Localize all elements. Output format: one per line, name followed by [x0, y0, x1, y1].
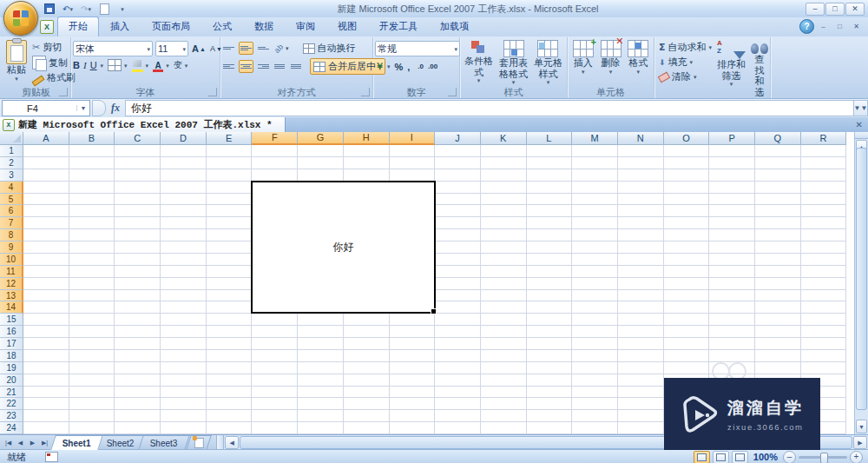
cell-L5[interactable] [527, 194, 573, 206]
cell-D1[interactable] [161, 145, 207, 157]
cell-D6[interactable] [161, 205, 207, 217]
align-right-button[interactable] [257, 61, 270, 72]
cell-O13[interactable] [664, 290, 710, 302]
column-header-L[interactable]: L [527, 132, 573, 145]
cell-H24[interactable] [344, 422, 390, 434]
column-header-Q[interactable]: Q [755, 132, 801, 145]
cell-K21[interactable] [481, 387, 527, 399]
cell-G20[interactable] [298, 374, 344, 387]
cell-L19[interactable] [527, 362, 573, 374]
cell-A18[interactable] [23, 350, 69, 362]
cell-B12[interactable] [69, 278, 115, 290]
cell-L16[interactable] [527, 326, 573, 338]
cell-E3[interactable] [207, 169, 253, 182]
cell-D23[interactable] [161, 410, 207, 422]
cell-D9[interactable] [161, 241, 207, 254]
cell-M3[interactable] [572, 169, 618, 182]
cell-C24[interactable] [115, 422, 161, 434]
next-sheet-icon[interactable]: ▶ [27, 440, 38, 446]
cell-A8[interactable] [23, 229, 69, 241]
cell-H21[interactable] [344, 387, 390, 399]
cell-I23[interactable] [390, 410, 436, 422]
cell-D24[interactable] [161, 422, 207, 434]
undo-button[interactable]: ↶▾ [60, 3, 76, 16]
cell-J15[interactable] [435, 314, 481, 326]
cell-A7[interactable] [23, 217, 69, 229]
cell-styles-button[interactable]: 单元格样式▾ [531, 38, 565, 87]
cell-C6[interactable] [115, 205, 161, 217]
cell-R13[interactable] [801, 290, 847, 302]
align-bottom-button[interactable] [257, 43, 270, 54]
cell-N3[interactable] [618, 169, 664, 182]
row-header-14[interactable]: 14 [0, 301, 23, 314]
normal-view-button[interactable] [694, 451, 710, 463]
cell-K10[interactable] [481, 254, 527, 266]
cell-E17[interactable] [207, 338, 253, 350]
tab-视图[interactable]: 视图 [326, 17, 368, 36]
column-header-P[interactable]: P [709, 132, 755, 145]
print-preview-button[interactable] [96, 3, 112, 16]
wrap-text-button[interactable]: 自动换行 [300, 41, 358, 56]
cell-Q8[interactable] [755, 229, 801, 241]
cell-I21[interactable] [390, 387, 436, 399]
cell-L6[interactable] [527, 205, 573, 217]
fill-handle[interactable] [431, 308, 437, 314]
column-header-O[interactable]: O [664, 132, 710, 145]
column-header-K[interactable]: K [481, 132, 527, 145]
row-header-9[interactable]: 9 [0, 241, 23, 254]
tab-开发工具[interactable]: 开发工具 [368, 17, 429, 36]
insert-cells-button[interactable]: + 插入▾ [569, 38, 597, 76]
cell-O10[interactable] [664, 254, 710, 266]
cell-B10[interactable] [69, 254, 115, 266]
cell-D18[interactable] [161, 350, 207, 362]
cell-D21[interactable] [161, 387, 207, 399]
cell-A17[interactable] [23, 338, 69, 350]
cell-N6[interactable] [618, 205, 664, 217]
restore-button[interactable]: □ [825, 3, 845, 16]
cell-J20[interactable] [435, 374, 481, 387]
cell-B8[interactable] [69, 229, 115, 241]
row-header-4[interactable]: 4 [0, 182, 23, 194]
row-header-19[interactable]: 19 [0, 362, 23, 374]
cell-N22[interactable] [618, 398, 664, 410]
cell-O16[interactable] [664, 326, 710, 338]
cell-C13[interactable] [115, 290, 161, 302]
zoom-slider[interactable] [799, 456, 847, 459]
cell-C4[interactable] [115, 182, 161, 194]
cell-L22[interactable] [527, 398, 573, 410]
cell-A13[interactable] [23, 290, 69, 302]
font-size-select[interactable]: 11▾ [155, 41, 188, 56]
cell-N4[interactable] [618, 182, 664, 194]
cell-E12[interactable] [207, 278, 253, 290]
cell-C16[interactable] [115, 326, 161, 338]
cell-A15[interactable] [23, 314, 69, 326]
increase-decimal-button[interactable]: .0 [418, 63, 424, 70]
cell-H23[interactable] [344, 410, 390, 422]
row-header-12[interactable]: 12 [0, 278, 23, 290]
cell-J24[interactable] [435, 422, 481, 434]
cell-M24[interactable] [572, 422, 618, 434]
cell-E5[interactable] [207, 194, 253, 206]
cell-C23[interactable] [115, 410, 161, 422]
cell-E23[interactable] [207, 410, 253, 422]
office-button[interactable] [3, 1, 38, 36]
workbook-close-button[interactable]: ✕ [849, 22, 864, 32]
cell-B20[interactable] [69, 374, 115, 387]
cell-R10[interactable] [801, 254, 847, 266]
cell-J22[interactable] [435, 398, 481, 410]
phonetic-guide-button[interactable]: 变▾ [174, 59, 188, 71]
cell-P3[interactable] [709, 169, 755, 182]
cell-D15[interactable] [161, 314, 207, 326]
cell-B13[interactable] [69, 290, 115, 302]
cell-R11[interactable] [801, 266, 847, 278]
align-left-button[interactable] [222, 61, 235, 72]
cell-C8[interactable] [115, 229, 161, 241]
cell-N7[interactable] [618, 217, 664, 229]
vertical-scrollbar[interactable]: ▲ ▼ [854, 132, 868, 434]
font-color-button[interactable]: A▾ [153, 60, 169, 71]
cell-K19[interactable] [481, 362, 527, 374]
cell-A24[interactable] [23, 422, 69, 434]
cell-G1[interactable] [298, 145, 344, 157]
fill-button[interactable]: ⬇填充▾ [656, 55, 714, 69]
cell-B9[interactable] [69, 241, 115, 254]
